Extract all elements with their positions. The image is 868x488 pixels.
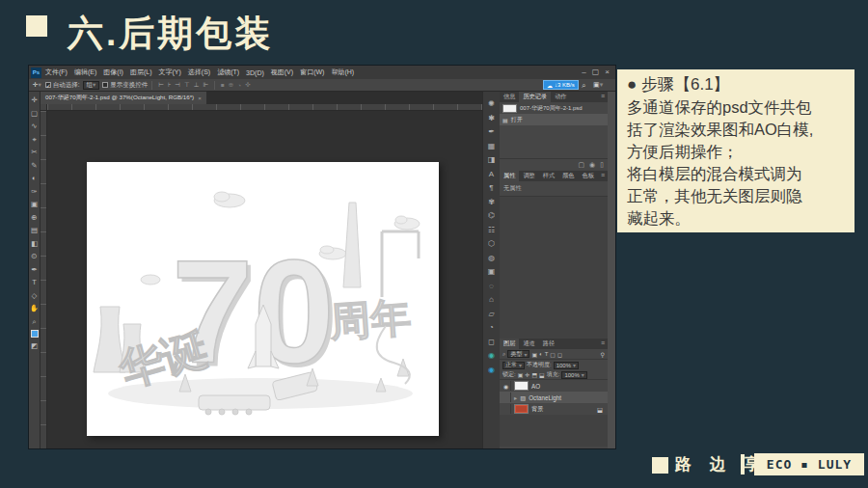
layer-row-background[interactable]: 背景 ⬓ [500,403,608,415]
minimize-button[interactable]: – [582,68,585,76]
filter-toggle-icon[interactable]: ⚲ [601,351,605,358]
filter-shape-icon[interactable]: ▢ [550,351,556,358]
brush-tool-icon[interactable]: ✑ [31,185,37,199]
menu-layer[interactable]: 图层(L) [130,68,152,77]
hand-tool-icon[interactable]: ✋ [30,302,39,315]
dock-icon[interactable]: ◔ [489,321,494,336]
tab-properties[interactable]: 属性 [500,171,519,181]
lock-position-icon[interactable]: ✛ [525,371,529,378]
menu-3d[interactable]: 3D(D) [246,69,264,76]
auto-select-dropdown[interactable]: 组▾ [83,81,100,90]
visibility-eye-icon[interactable]: ◉ [502,381,511,391]
dock-icon[interactable]: ◌ [489,280,494,294]
panel-menu-icon[interactable]: ≡ [601,172,605,178]
lock-pixels-icon[interactable]: ▣ [518,371,524,378]
history-state-row[interactable]: ▤ 打开 [500,114,608,125]
align-center-icon[interactable]: ⊦ [168,81,171,89]
tab-paths[interactable]: 路径 [539,339,558,349]
tab-history[interactable]: 历史记录 [519,92,551,102]
lasso-tool-icon[interactable]: ∿ [31,120,37,133]
dock-icon[interactable]: ▱ [488,308,494,322]
visibility-eye-empty[interactable] [502,393,511,402]
menu-file[interactable]: 文件(F) [45,68,68,77]
dock-icon[interactable]: ☷ [488,224,495,238]
align-top-icon[interactable]: ⊤ [184,81,190,89]
type-tool-icon[interactable]: T [32,276,37,289]
show-transform-checkbox[interactable] [102,82,108,88]
dock-icon[interactable]: ✾ [488,196,495,210]
dock-icon[interactable]: ◻ [488,336,495,350]
clone-stamp-tool-icon[interactable]: ▣ [31,198,38,211]
crop-tool-icon[interactable]: ✂ [31,146,37,159]
tab-info[interactable]: 信息 [500,92,519,102]
blend-mode-dropdown[interactable]: 正常▾ [502,362,525,369]
blur-tool-icon[interactable]: ⊙ [31,250,37,263]
tab-layers[interactable]: 图层 [500,339,519,349]
menu-type[interactable]: 文字(Y) [158,68,180,77]
filter-adjustment-icon[interactable]: ◐ [539,351,543,357]
menu-view[interactable]: 视图(V) [271,68,293,77]
align-right-icon[interactable]: ⊣ [175,81,180,89]
dock-icon[interactable]: ✱ [488,112,495,126]
visibility-eye-empty[interactable] [502,404,511,414]
marquee-tool-icon[interactable]: ▢ [31,107,38,121]
zoom-tool-icon[interactable]: ⌕ [32,315,36,329]
opacity-dropdown[interactable]: 100%▾ [554,362,579,369]
filter-type-dropdown[interactable]: 类型▾ [507,350,529,358]
new-doc-from-state-icon[interactable]: ▢ [578,161,584,169]
fill-dropdown[interactable]: 100%▾ [561,371,586,379]
lock-all-icon[interactable]: ⬓ [539,371,545,378]
maximize-button[interactable]: ▢ [592,68,600,76]
new-snapshot-icon[interactable]: ◉ [589,161,595,169]
dock-icon[interactable]: A [489,168,494,182]
distribute-icon[interactable]: ≡ [221,82,225,89]
menu-select[interactable]: 选择(S) [188,68,210,77]
dock-icon[interactable]: ▣ [488,265,496,280]
dock-icon[interactable]: ✒ [488,125,495,140]
move-tool-icon[interactable]: ✛ [31,94,37,107]
plugin-dock-icon[interactable]: ◉ [488,364,495,378]
dock-icon[interactable]: ⌂ [489,293,494,308]
pen-tool-icon[interactable]: ✒ [31,263,37,277]
dock-icon[interactable]: ¶ [489,181,493,196]
quick-select-tool-icon[interactable]: ⌖ [32,133,36,147]
menu-image[interactable]: 图像(I) [103,68,123,77]
layer-row-octanelight[interactable]: ▸ ▨ OctaneLight [500,392,608,403]
align-bottom-icon[interactable]: ⊩ [203,81,208,89]
trash-icon[interactable]: ▯ [600,161,604,169]
filter-type-icon[interactable]: T [545,351,549,357]
search-icon[interactable]: ⌕ [582,81,585,91]
menu-window[interactable]: 窗口(W) [300,68,324,77]
history-snapshot-row[interactable]: 007-华诞70周年-2-1.psd [500,102,608,114]
align-left-icon[interactable]: ⊢ [158,81,164,89]
quick-mask-icon[interactable]: ◩ [31,339,38,353]
menu-filter[interactable]: 滤镜(T) [217,68,239,77]
tab-channels[interactable]: 通道 [519,339,538,349]
filter-smart-icon[interactable]: ◻ [557,351,562,358]
menu-edit[interactable]: 编辑(E) [74,68,96,77]
close-button[interactable]: × [605,68,610,76]
3d-pan-icon[interactable]: ✜ [245,81,250,89]
gradient-tool-icon[interactable]: ◧ [31,237,38,251]
healing-tool-icon[interactable]: ◐ [32,172,37,185]
workspace-switcher-icon[interactable]: ▣▾ [593,81,603,89]
canvas-image[interactable]: 70 70 华诞 周年 [87,162,439,436]
menu-help[interactable]: 帮助(H) [331,68,354,77]
tab-close-icon[interactable]: × [198,95,202,101]
group-expand-icon[interactable]: ▸ [514,394,517,401]
plugin-dock-icon[interactable]: ◉ [488,349,495,364]
layer-row-ao[interactable]: ◉ AO [500,380,608,392]
tab-color[interactable]: 颜色 [558,171,578,181]
foreground-color-swatch[interactable] [31,330,39,338]
lock-artboard-icon[interactable]: ⬒ [531,371,537,378]
eyedropper-tool-icon[interactable]: ✎ [31,159,37,173]
eraser-tool-icon[interactable]: ▤ [31,224,38,237]
panel-menu-icon[interactable]: ≡ [601,339,605,346]
3d-orbit-icon[interactable]: ◔ [237,82,241,89]
tab-adjustments[interactable]: 调整 [519,171,538,181]
panel-menu-icon[interactable]: ≡ [601,93,605,99]
dock-icon[interactable]: ⌬ [488,209,495,224]
tab-actions[interactable]: 动作 [551,92,570,102]
dock-icon[interactable]: ◍ [488,252,495,266]
dock-icon[interactable]: ✺ [488,97,495,112]
